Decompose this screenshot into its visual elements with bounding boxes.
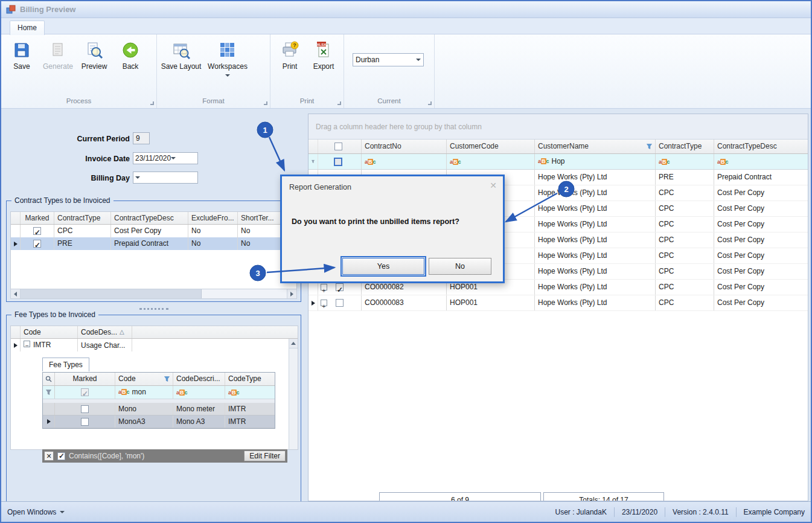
code-filter-cell[interactable]: aBc mon <box>115 386 173 399</box>
generate-icon <box>49 41 67 59</box>
select-row-checkbox[interactable] <box>336 299 344 307</box>
collapse-icon[interactable] <box>24 341 30 347</box>
abc-filter-icon: aBc <box>717 159 729 165</box>
column-header-contracttype[interactable]: ContractType <box>54 212 111 224</box>
group-dialog-launcher-icon[interactable] <box>337 101 341 105</box>
scrollbar-thumb[interactable] <box>21 289 202 298</box>
save-layout-button[interactable]: Save Layout <box>159 37 203 71</box>
fee-auto-filter-row[interactable]: aBc mon aBc aBc <box>43 386 275 399</box>
codedesc-filter-cell[interactable]: aBc <box>173 386 225 399</box>
customercode-filter-cell[interactable]: aBc <box>447 154 535 169</box>
abc-filter-icon: aBc <box>176 390 188 396</box>
invoice-date-combobox[interactable]: 23/11/2020 <box>133 152 198 164</box>
dialog-message: Do you want to print the unbilled items … <box>292 217 459 226</box>
current-branch-combobox[interactable]: Durban <box>353 53 424 66</box>
codetype-filter-cell[interactable]: aBc <box>225 386 275 399</box>
column-header-code[interactable]: Code <box>21 326 78 338</box>
column-header-excludefrom[interactable]: ExcludeFro... <box>188 212 238 224</box>
customername-filter-cell[interactable]: aBc Hop <box>535 154 656 169</box>
export-icon: XLSX <box>315 41 333 59</box>
checkbox-filter-cell[interactable] <box>334 158 342 166</box>
auto-filter-row[interactable]: aBc aBc aBc Hop aBc aBc <box>308 154 808 170</box>
contract-row-focused[interactable]: CO0000083 HOP001 Hope Works (Pty) Ltd CP… <box>308 295 808 311</box>
vertical-scrollbar[interactable] <box>289 339 298 449</box>
select-all-checkbox[interactable] <box>334 143 342 150</box>
filter-icon[interactable] <box>164 376 170 382</box>
generate-button[interactable]: Generate <box>40 37 76 71</box>
fee-type-row[interactable]: Mono Mono meter IMTR <box>43 403 275 416</box>
workspaces-icon <box>219 41 237 59</box>
current-period-label: Current Period <box>1 133 130 145</box>
main-area: Current Period 9 Invoice Date 23/11/2020… <box>1 109 811 501</box>
status-version: Version : 2.4.0.11 <box>673 508 729 516</box>
marked-checkbox[interactable] <box>81 405 89 413</box>
chevron-down-icon <box>416 59 421 61</box>
expand-icon[interactable] <box>321 300 327 306</box>
no-button[interactable]: No <box>429 258 491 275</box>
export-button[interactable]: XLSX Export <box>307 37 340 71</box>
scroll-up-icon[interactable] <box>289 339 298 348</box>
column-header-contracttypedesc[interactable]: ContractTypeDesc <box>111 212 188 224</box>
group-dialog-launcher-icon[interactable] <box>150 101 154 105</box>
marked-checkbox[interactable] <box>33 227 41 235</box>
filter-icon[interactable] <box>647 144 652 149</box>
open-windows-button[interactable]: Open Windows <box>7 508 65 516</box>
column-header-contracttype[interactable]: ContractType <box>656 140 714 153</box>
abc-filter-icon: aBc <box>118 386 130 399</box>
close-icon[interactable]: ✕ <box>490 181 497 190</box>
fee-group-row[interactable]: IMTR Usage Char... <box>11 339 298 351</box>
contractno-filter-cell[interactable]: aBc <box>362 154 447 169</box>
group-by-panel[interactable]: Drag a column header here to group by th… <box>308 114 808 140</box>
contract-type-row-selected[interactable]: PRE Prepaid Contract No No <box>11 237 296 250</box>
fee-type-row-selected[interactable]: MonoA3 Mono A3 IMTR <box>43 416 275 428</box>
save-button[interactable]: Save <box>4 37 40 71</box>
totals-summary: Totals: 14 of 17 <box>543 492 664 501</box>
expand-icon[interactable] <box>321 284 327 290</box>
back-button[interactable]: Back <box>112 37 149 71</box>
status-company: Example Company <box>744 508 805 516</box>
column-header-code[interactable]: Code <box>115 373 173 385</box>
back-icon <box>121 41 139 59</box>
column-header-codedescription[interactable]: CodeDescri... <box>173 373 225 385</box>
tab-fee-types[interactable]: Fee Types <box>42 358 89 371</box>
print-icon: ? <box>281 41 299 59</box>
tab-home[interactable]: Home <box>10 21 45 35</box>
column-header-marked[interactable]: Marked <box>21 212 54 224</box>
billing-day-combobox[interactable] <box>133 172 198 184</box>
column-header-marked[interactable]: Marked <box>55 373 115 385</box>
marked-checkbox[interactable] <box>33 240 41 248</box>
filter-row-icon <box>46 390 51 395</box>
column-header-customername[interactable]: CustomerName <box>535 140 656 153</box>
workspaces-button[interactable]: Workspaces <box>203 37 252 77</box>
ribbon-group-process: Save Generate <box>1 34 157 108</box>
current-period-field[interactable]: 9 <box>133 132 150 144</box>
contract-type-row[interactable]: CPC Cost Per Copy No No <box>11 225 296 237</box>
select-row-checkbox[interactable] <box>336 283 344 291</box>
scroll-left-icon[interactable] <box>11 289 21 298</box>
chevron-down-icon <box>60 511 65 513</box>
column-header-codetype[interactable]: CodeType <box>225 373 275 385</box>
marked-filter-checkbox[interactable] <box>81 388 89 396</box>
preview-button[interactable]: Preview <box>76 37 112 71</box>
yes-button[interactable]: Yes <box>342 258 424 275</box>
contracts-grid: Drag a column header here to group by th… <box>308 114 808 501</box>
contracttype-filter-cell[interactable]: aBc <box>656 154 714 169</box>
column-header-customercode[interactable]: CustomerCode <box>447 140 535 153</box>
column-header-codedesc[interactable]: CodeDes... △ <box>78 326 132 338</box>
filter-enabled-checkbox[interactable] <box>57 452 65 460</box>
close-filter-icon[interactable]: ✕ <box>44 451 54 461</box>
dialog-title: Report Generation <box>289 183 351 191</box>
filter-expression: Contains([Code], 'mon') <box>69 452 144 460</box>
column-header-contractno[interactable]: ContractNo <box>362 140 447 153</box>
marked-checkbox[interactable] <box>81 418 89 426</box>
contract-types-panel: Contract Types to be Invoiced Marked Con… <box>6 201 301 302</box>
scroll-right-icon[interactable] <box>287 289 296 298</box>
row-indicator-arrow-icon <box>47 419 51 424</box>
edit-filter-button[interactable]: Edit Filter <box>244 451 286 461</box>
column-header-contracttypedesc[interactable]: ContractTypeDesc <box>714 140 808 153</box>
group-dialog-launcher-icon[interactable] <box>264 101 267 105</box>
group-dialog-launcher-icon[interactable] <box>428 101 432 105</box>
horizontal-scrollbar[interactable] <box>10 289 297 299</box>
print-button[interactable]: ? Print <box>273 37 307 71</box>
contracttypedesc-filter-cell[interactable]: aBc <box>714 154 808 169</box>
